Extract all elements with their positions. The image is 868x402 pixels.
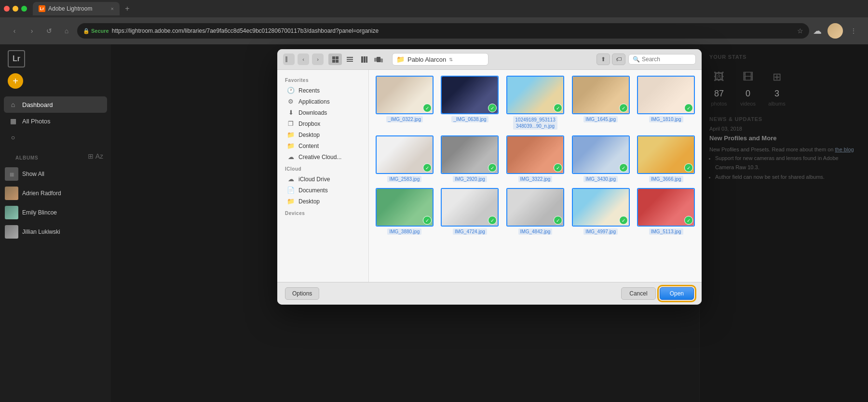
sidebar-item-recents[interactable]: 🕐 Recents (279, 85, 366, 96)
svg-rect-4 (332, 60, 335, 63)
more-options-btn[interactable]: ⋮ (847, 24, 860, 38)
minimize-window-btn[interactable] (13, 6, 18, 12)
list-view-btn[interactable] (343, 54, 356, 65)
file-check-icon: ✓ (554, 163, 562, 172)
sidebar-item-label: Applications (298, 98, 330, 105)
sidebar-item-dashboard[interactable]: ⌂ Dashboard (4, 96, 107, 113)
sidebar-item-label: Desktop (298, 198, 320, 205)
home-btn[interactable]: ⌂ (60, 24, 73, 38)
file-check-icon: ✓ (423, 216, 432, 225)
dropbox-icon: ❐ (287, 120, 295, 127)
browser-tab-active[interactable]: Lr Adobe Lightroom × (33, 2, 120, 15)
search-input[interactable] (642, 56, 690, 63)
sort-albums-btn[interactable]: Az (95, 152, 103, 160)
sidebar-item-globe[interactable]: ○ (4, 129, 107, 146)
file-thumb-wrap: ✓ (637, 135, 695, 174)
dialog-overlay: ‹ › (111, 44, 868, 402)
lr-logo: Lr (8, 50, 25, 67)
sidebar-item-dropbox[interactable]: ❐ Dropbox (279, 118, 366, 129)
maximize-window-btn[interactable] (21, 6, 27, 12)
file-thumb-wrap: ✓ (441, 76, 499, 114)
open-btn[interactable]: Open (660, 287, 694, 300)
coverflow-view-btn[interactable] (372, 54, 385, 65)
sidebar-nav: ⌂ Dashboard ▦ All Photos ○ (0, 96, 111, 146)
file-grid: ✓ _IMG_0322.jpg ✓ (369, 70, 702, 282)
sidebar-item-documents[interactable]: 📄 Documents (279, 185, 366, 196)
svg-rect-10 (364, 56, 366, 63)
file-thumb-wrap: ✓ (441, 188, 499, 227)
dialog-sidebar-toggle[interactable] (283, 54, 295, 65)
sidebar-item-label: Documents (298, 187, 328, 194)
file-item-14[interactable]: ✓ IMG_5113.jpg (636, 188, 696, 235)
file-item-3[interactable]: ✓ IMG_1645.jpg (571, 76, 631, 130)
file-name: IMG_3666.jpg (649, 176, 683, 182)
add-album-btn[interactable]: ⊞ (88, 152, 94, 160)
dialog-forward-btn[interactable]: › (312, 54, 324, 65)
sidebar-item-icloud-desktop[interactable]: 📁 Desktop (279, 196, 366, 207)
file-thumb-wrap: ✓ (637, 76, 695, 114)
file-item-8[interactable]: ✓ IMG_3430.jpg (571, 135, 631, 182)
file-item-12[interactable]: ✓ IMG_4842.jpg (505, 188, 565, 235)
dialog-back-btn[interactable]: ‹ (298, 54, 309, 65)
sidebar-item-content[interactable]: 📁 Content (279, 140, 366, 151)
album-adrien-radford[interactable]: Adrien Radford (0, 184, 111, 203)
svg-rect-2 (332, 56, 335, 59)
sidebar-item-icloud-drive[interactable]: ☁ iCloud Drive (279, 174, 366, 185)
file-item-4[interactable]: ✓ IMG_1810.jpg (636, 76, 696, 130)
location-dropdown[interactable]: 📁 Pablo Alarcon ⇅ (392, 53, 488, 66)
sidebar-item-desktop[interactable]: 📁 Desktop (279, 129, 366, 140)
sidebar: Lr + ⌂ Dashboard ▦ All Photos ○ ALBUMS ⊞… (0, 44, 111, 402)
file-item-9[interactable]: ✓ IMG_3666.jpg (636, 135, 696, 182)
file-item-13[interactable]: ✓ IMG_4997.jpg (571, 188, 631, 235)
album-thumb (5, 206, 18, 219)
album-label: Show All (22, 171, 44, 177)
file-item-7[interactable]: ✓ IMG_3322.jpg (505, 135, 565, 182)
sidebar-item-all-photos[interactable]: ▦ All Photos (4, 113, 107, 129)
album-thumb (5, 187, 18, 200)
bookmark-btn[interactable]: ☆ (797, 27, 803, 35)
forward-btn[interactable]: › (25, 24, 39, 38)
file-name: IMG_3880.jpg (387, 228, 421, 235)
album-jillian-lukiwski[interactable]: Jillian Lukiwski (0, 222, 111, 241)
cancel-btn[interactable]: Cancel (621, 287, 655, 300)
dialog-search-box[interactable]: 🔍 (628, 54, 696, 65)
chevron-updown-icon: ⇅ (449, 57, 453, 62)
refresh-btn[interactable]: ↺ (42, 24, 56, 38)
tab-close-btn[interactable]: × (111, 6, 114, 12)
file-check-icon: ✓ (423, 104, 432, 112)
user-avatar[interactable] (827, 23, 843, 39)
file-item-5[interactable]: ✓ IMG_2583.jpg (375, 135, 434, 182)
address-bar[interactable]: 🔒 Secure https://lightroom.adobe.com/lib… (77, 23, 809, 39)
album-emily-blincoe[interactable]: Emily Blincoe (0, 203, 111, 222)
album-label: Emily Blincoe (22, 209, 57, 216)
file-item-6[interactable]: ✓ IMG_2920.jpg (440, 135, 500, 182)
open-file-dialog: ‹ › (277, 49, 702, 305)
column-view-btn[interactable] (357, 54, 371, 65)
sidebar-item-downloads[interactable]: ⬇ Downloads (279, 107, 366, 118)
file-name: IMG_4997.jpg (583, 228, 618, 235)
album-show-all[interactable]: ▦ Show All (0, 164, 111, 184)
file-item-10[interactable]: ✓ IMG_3880.jpg (375, 188, 434, 235)
add-content-btn[interactable]: + (8, 73, 23, 89)
sidebar-item-label: Dashboard (22, 101, 53, 108)
file-item-1[interactable]: ✓ _IMG_0638.jpg (440, 76, 500, 130)
file-item-11[interactable]: ✓ IMG_4724.jpg (440, 188, 500, 235)
options-btn[interactable]: Options (285, 287, 319, 300)
back-btn[interactable]: ‹ (8, 24, 21, 38)
new-tab-btn[interactable]: + (122, 3, 133, 14)
sidebar-item-applications[interactable]: ⚙ Applications (279, 96, 366, 107)
sidebar-item-creative-cloud[interactable]: ☁ Creative Cloud... (279, 151, 366, 162)
file-item-2[interactable]: ✓ 10249189_953113348039...90_n.jpg (505, 76, 565, 130)
sidebar-header: Lr (0, 44, 111, 73)
file-check-icon: ✓ (554, 216, 562, 225)
close-window-btn[interactable] (4, 6, 10, 12)
svg-rect-8 (347, 61, 353, 62)
share-btn[interactable]: ⬆ (597, 54, 610, 65)
sidebar-item-label: Recents (298, 87, 320, 94)
file-item-0[interactable]: ✓ _IMG_0322.jpg (375, 76, 434, 130)
file-name: IMG_3322.jpg (518, 176, 553, 182)
dialog-footer: Options Cancel Open (277, 282, 702, 305)
grid-view-btn[interactable] (328, 54, 342, 65)
tag-btn[interactable]: 🏷 (612, 54, 625, 65)
file-thumb-wrap: ✓ (506, 76, 564, 114)
